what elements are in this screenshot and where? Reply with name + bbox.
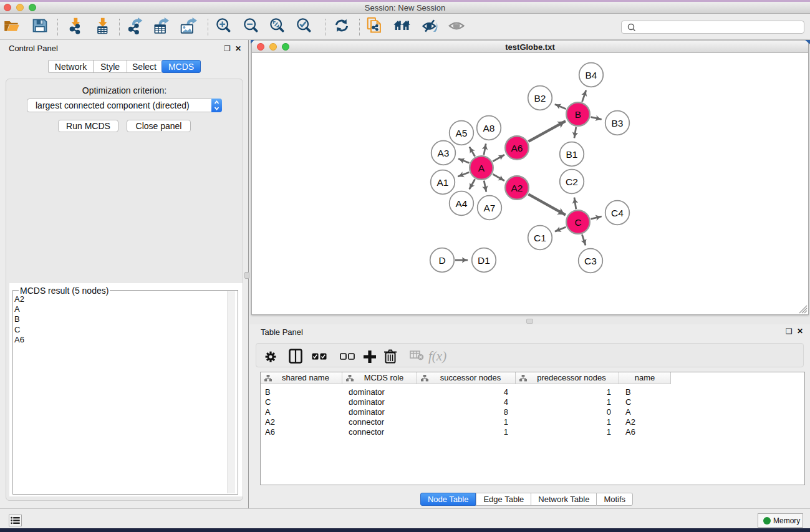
svg-text:A5: A5 (456, 128, 468, 138)
svg-text:A8: A8 (483, 123, 495, 133)
svg-text:A2: A2 (511, 183, 523, 193)
svg-text:D1: D1 (478, 255, 490, 266)
svg-text:C4: C4 (611, 208, 624, 218)
svg-text:B3: B3 (612, 118, 624, 128)
svg-text:f(x): f(x) (428, 349, 446, 364)
svg-text:A4: A4 (456, 198, 468, 209)
svg-text:B1: B1 (566, 149, 578, 160)
svg-text:A7: A7 (484, 203, 496, 213)
svg-text:B2: B2 (534, 93, 546, 104)
svg-text:B: B (575, 109, 581, 120)
svg-text:C3: C3 (584, 256, 597, 266)
svg-text:A6: A6 (511, 143, 523, 153)
svg-text:A: A (478, 163, 485, 173)
svg-text:C2: C2 (566, 177, 578, 187)
svg-text:C: C (574, 217, 581, 228)
svg-text:A3: A3 (438, 148, 450, 158)
svg-text:A1: A1 (437, 177, 449, 188)
svg-text:B4: B4 (586, 70, 597, 80)
svg-text:D: D (438, 255, 445, 266)
svg-text:C1: C1 (534, 233, 546, 243)
